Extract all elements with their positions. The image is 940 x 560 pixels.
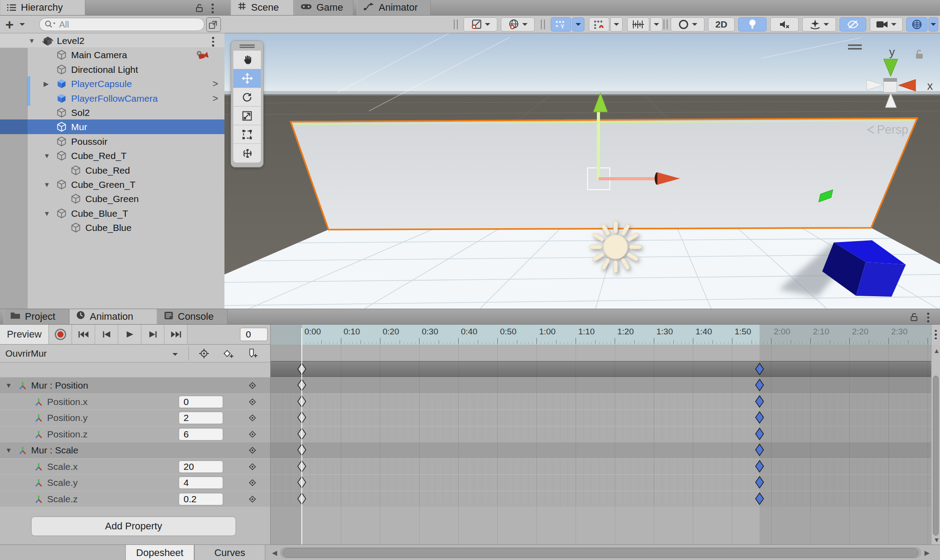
disclosure-triangle-icon[interactable]: ▼: [44, 206, 50, 221]
property-value-input[interactable]: [179, 477, 223, 489]
disclosure-triangle-icon[interactable]: ▼: [28, 33, 35, 48]
shading-mode-button[interactable]: [671, 17, 704, 32]
hierarchy-item-Level2[interactable]: ▼Level2: [0, 33, 224, 48]
dopesheet-row-Scale.y[interactable]: [271, 474, 931, 491]
go-to-start-button[interactable]: [72, 325, 95, 344]
hierarchy-item-Mur[interactable]: Mur: [0, 119, 224, 134]
keyframe-toggle-icon[interactable]: [248, 413, 257, 423]
tab-Animator[interactable]: Animator: [357, 0, 431, 15]
dopesheet-row-Position.y[interactable]: [271, 409, 931, 426]
dopesheet-row-Scale.x[interactable]: [271, 458, 931, 475]
scroll-up-icon[interactable]: ▲: [933, 347, 940, 354]
anim-row-Scale.z[interactable]: Scale.z: [0, 491, 270, 507]
group-disclosure-icon[interactable]: ▼: [5, 442, 12, 459]
keyframe-toggle-icon[interactable]: [248, 462, 257, 472]
tab-Scene[interactable]: Scene: [231, 0, 294, 15]
scale-tool-button[interactable]: [233, 107, 261, 125]
hierarchy-item-Cube_Red_T[interactable]: ▼Cube_Red_T: [0, 148, 224, 163]
previous-frame-button[interactable]: [95, 325, 118, 344]
vertical-scrollbar[interactable]: ▲ ▼: [931, 345, 940, 544]
hierarchy-item-Cube_Green_T[interactable]: ▼Cube_Green_T: [0, 177, 224, 192]
search-input[interactable]: [59, 20, 188, 30]
bottom-tab-Dopesheet[interactable]: Dopesheet: [125, 545, 194, 560]
toolbar-drag-handle[interactable]: [454, 20, 458, 29]
clip-dropdown-caret-icon[interactable]: [172, 353, 178, 358]
keyframe-toggle-icon[interactable]: [248, 397, 257, 407]
property-value-input[interactable]: [179, 412, 223, 424]
hierarchy-menu-kebab-icon[interactable]: [212, 4, 214, 13]
gizmos-caret-button[interactable]: [928, 17, 938, 32]
hierarchy-item-Cube_Blue[interactable]: Cube_Blue: [0, 220, 224, 235]
wall-mur-selected[interactable]: [291, 118, 917, 230]
tab-Animation[interactable]: Animation: [69, 309, 157, 324]
rotate-tool-button[interactable]: [233, 88, 261, 107]
keyframe-toggle-icon[interactable]: [248, 494, 257, 504]
keyframe-diamond[interactable]: [755, 395, 764, 408]
anim-row-Mur : Position[interactable]: ▼Mur : Position: [0, 377, 270, 393]
transform-tool-button[interactable]: [233, 144, 261, 163]
2d-toggle-button[interactable]: 2D: [708, 17, 735, 32]
lighting-toggle-button[interactable]: [738, 17, 767, 32]
anim-row-Position.x[interactable]: Position.x: [0, 393, 270, 410]
group-disclosure-icon[interactable]: ▼: [5, 377, 12, 394]
disclosure-triangle-icon[interactable]: ▼: [44, 148, 50, 163]
anim-row-Position.z[interactable]: Position.z: [0, 426, 270, 442]
preview-button[interactable]: Preview: [0, 325, 49, 344]
scroll-left-icon[interactable]: ◀: [272, 549, 277, 556]
tab-Project[interactable]: Project: [4, 309, 69, 324]
horizontal-scrollbar[interactable]: [280, 547, 921, 558]
y-axis-shaft[interactable]: [597, 111, 600, 180]
filter-by-selection-button[interactable]: [199, 348, 209, 361]
dopesheet-row-Mur : Position[interactable]: [271, 377, 931, 393]
gizmos-button[interactable]: [906, 17, 928, 32]
prefab-open-chevron-icon[interactable]: >: [212, 91, 218, 106]
anim-row-Scale.y[interactable]: Scale.y: [0, 474, 270, 491]
tool-handle-rotation-button[interactable]: [501, 17, 535, 32]
dopesheet-row-Mur : Scale[interactable]: [271, 442, 931, 458]
timeline-ruler[interactable]: 0:000:100:200:300:400:501:001:101:201:30…: [270, 325, 931, 345]
hierarchy-item-Poussoir[interactable]: Poussoir: [0, 134, 224, 149]
scene-kebab-icon[interactable]: [212, 37, 214, 47]
audio-mute-button[interactable]: [770, 17, 799, 32]
keyframe-toggle-icon[interactable]: [248, 429, 257, 439]
animation-menu-kebab-icon[interactable]: [927, 313, 929, 322]
move-tool-button[interactable]: [233, 69, 261, 88]
increment-snap-caret-button[interactable]: [650, 17, 663, 32]
add-property-button[interactable]: Add Property: [31, 516, 236, 536]
add-keyframe-button[interactable]: [223, 348, 234, 361]
scene-viewport[interactable]: y x Persp: [224, 33, 940, 309]
camera-settings-button[interactable]: [870, 17, 903, 32]
anim-row-Scale.x[interactable]: Scale.x: [0, 458, 270, 475]
clip-dropdown[interactable]: OuvrirMur: [5, 345, 47, 362]
property-value-input[interactable]: [179, 493, 223, 505]
current-frame-input[interactable]: [240, 328, 268, 341]
keyframe-diamond[interactable]: [755, 411, 764, 424]
hierarchy-search[interactable]: [39, 18, 204, 31]
dopesheet-row-Position.x[interactable]: [271, 393, 931, 410]
grid-snap-button[interactable]: [589, 17, 609, 32]
hierarchy-item-PlayerCapsule[interactable]: ▶PlayerCapsule>: [0, 76, 224, 91]
anim-row-Position.y[interactable]: Position.y: [0, 409, 270, 426]
next-frame-button[interactable]: [141, 325, 164, 344]
keyframe-diamond[interactable]: [755, 363, 764, 375]
keyframe-diamond[interactable]: [755, 428, 764, 440]
scene-visibility-button[interactable]: [840, 17, 866, 32]
playhead-ruler-marker[interactable]: [301, 328, 302, 345]
tab-hierarchy[interactable]: Hierarchy: [0, 0, 85, 15]
pick-window-icon[interactable]: [206, 17, 221, 32]
vertical-scrollbar-thumb[interactable]: [933, 376, 939, 536]
view-hand-tool-button[interactable]: [233, 51, 261, 69]
ruler-kebab-icon[interactable]: [935, 330, 937, 340]
hierarchy-item-Sol2[interactable]: Sol2: [0, 105, 224, 120]
keyframe-diamond[interactable]: [755, 492, 764, 505]
rect-tool-button[interactable]: [233, 125, 261, 144]
keyframe-diamond[interactable]: [755, 444, 764, 456]
scroll-right-icon[interactable]: ▶: [924, 549, 930, 556]
hierarchy-item-Cube_Red[interactable]: Cube_Red: [0, 163, 224, 178]
keyframe-toggle-icon[interactable]: [248, 445, 257, 455]
dopesheet[interactable]: [270, 345, 931, 544]
lock-icon[interactable]: [195, 3, 204, 15]
add-object-caret-icon[interactable]: [20, 23, 25, 28]
add-event-button[interactable]: [247, 348, 258, 361]
hierarchy-item-Cube_Blue_T[interactable]: ▼Cube_Blue_T: [0, 206, 224, 221]
